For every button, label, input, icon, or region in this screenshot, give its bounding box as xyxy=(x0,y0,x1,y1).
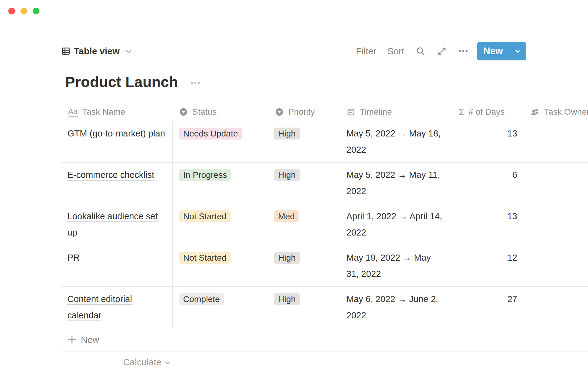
column-label: Task Owner xyxy=(544,107,588,117)
task-name-cell[interactable]: PR xyxy=(61,245,173,286)
calendar-icon xyxy=(347,108,355,116)
priority-cell[interactable]: High xyxy=(267,121,340,162)
view-name-label: Table view xyxy=(74,46,120,56)
sum-formula-icon: Σ xyxy=(459,107,465,117)
calculate-label: Calculate xyxy=(123,357,161,367)
priority-badge[interactable]: High xyxy=(274,293,300,305)
days-cell[interactable]: 27 xyxy=(451,287,523,328)
notion-window: Table view Filter Sort xyxy=(0,0,588,368)
status-badge[interactable]: In Progress xyxy=(179,169,231,181)
column-header-days[interactable]: Σ # of Days xyxy=(451,103,523,121)
people-icon xyxy=(530,107,540,117)
more-options-icon[interactable] xyxy=(458,46,469,56)
database-table: Aa Task Name Status xyxy=(61,103,588,368)
view-toolbar: Table view Filter Sort xyxy=(61,36,526,66)
table-row: Content editorial calendar Complete High… xyxy=(61,287,588,328)
status-badge[interactable]: Complete xyxy=(179,293,224,305)
column-header-priority[interactable]: Priority xyxy=(267,103,340,121)
task-owner-cell[interactable] xyxy=(523,204,588,245)
priority-badge[interactable]: High xyxy=(274,252,300,264)
days-cell[interactable]: 12 xyxy=(451,245,523,286)
status-badge[interactable]: Not Started xyxy=(179,210,231,222)
select-property-icon xyxy=(179,108,188,116)
page-title[interactable]: Product Launch xyxy=(65,74,178,90)
priority-cell[interactable]: Med xyxy=(267,204,340,245)
column-header-timeline[interactable]: Timeline xyxy=(340,103,451,121)
table-header-row: Aa Task Name Status xyxy=(61,103,588,121)
priority-cell[interactable]: High xyxy=(267,163,340,204)
status-badge[interactable]: Not Started xyxy=(179,252,231,264)
text-property-icon: Aa xyxy=(68,107,78,117)
priority-cell[interactable]: High xyxy=(267,245,340,286)
column-label: Status xyxy=(192,107,217,117)
timeline-cell[interactable]: May 5, 2022 → May 18, 2022 xyxy=(340,121,451,162)
chevron-down-icon xyxy=(125,48,133,56)
status-cell[interactable]: Not Started xyxy=(173,204,267,245)
plus-icon xyxy=(67,335,77,344)
new-button-dropdown[interactable] xyxy=(509,42,526,60)
status-badge[interactable]: Needs Update xyxy=(179,128,242,140)
calculate-button[interactable]: Calculate xyxy=(61,357,173,367)
close-window-button[interactable] xyxy=(8,8,15,14)
status-cell[interactable]: Needs Update xyxy=(173,121,267,162)
task-page-link[interactable]: E-commerce checklist xyxy=(67,170,154,180)
column-label: Timeline xyxy=(360,107,392,117)
task-page-link[interactable]: PR xyxy=(67,253,80,263)
chevron-down-icon xyxy=(514,47,522,55)
add-row-button[interactable]: New xyxy=(61,328,588,351)
task-name-cell[interactable]: GTM (go-to-market) plan xyxy=(61,121,173,162)
title-more-options-icon[interactable] xyxy=(190,77,201,89)
table-row: E-commerce checklist In Progress High Ma… xyxy=(61,163,588,204)
table-view-icon xyxy=(61,47,70,56)
timeline-cell[interactable]: May 19, 2022 → May 31, 2022 xyxy=(340,245,451,286)
new-button[interactable]: New xyxy=(477,42,509,60)
status-cell[interactable]: Not Started xyxy=(173,245,267,286)
timeline-cell[interactable]: April 1, 2022 → April 14, 2022 xyxy=(340,204,451,245)
task-page-link[interactable]: Lookalike audience set up xyxy=(67,211,158,237)
task-name-cell[interactable]: Lookalike audience set up xyxy=(61,204,173,245)
search-icon[interactable] xyxy=(415,46,426,56)
task-page-link[interactable]: GTM (go-to-market) plan xyxy=(67,128,165,138)
column-header-task-owner[interactable]: Task Owner xyxy=(523,103,588,121)
column-label: Priority xyxy=(288,107,315,117)
timeline-cell[interactable]: May 6, 2022 → June 2, 2022 xyxy=(340,287,451,328)
zoom-window-button[interactable] xyxy=(33,8,40,14)
task-owner-cell[interactable] xyxy=(523,287,588,328)
window-controls xyxy=(8,8,40,14)
timeline-cell[interactable]: May 5, 2022 → May 11, 2022 xyxy=(340,163,451,204)
new-button-label: New xyxy=(483,46,503,57)
column-label: Task Name xyxy=(82,107,125,117)
days-cell[interactable]: 6 xyxy=(451,163,523,204)
column-label: # of Days xyxy=(469,107,505,117)
expand-icon[interactable] xyxy=(437,46,447,56)
task-name-cell[interactable]: Content editorial calendar xyxy=(61,287,173,328)
sort-button[interactable]: Sort xyxy=(387,46,404,56)
task-page-link[interactable]: Content editorial calendar xyxy=(67,294,132,320)
column-header-task-name[interactable]: Aa Task Name xyxy=(61,103,173,121)
status-cell[interactable]: In Progress xyxy=(173,163,267,204)
table-row: PR Not Started High May 19, 2022 → May 3… xyxy=(61,245,588,287)
table-view-switcher[interactable]: Table view xyxy=(61,46,133,56)
add-row-label: New xyxy=(81,335,99,345)
task-owner-cell[interactable] xyxy=(523,121,588,162)
column-header-status[interactable]: Status xyxy=(173,103,267,121)
task-name-cell[interactable]: E-commerce checklist xyxy=(61,163,173,204)
minimize-window-button[interactable] xyxy=(21,8,27,14)
priority-badge[interactable]: High xyxy=(274,128,300,140)
task-owner-cell[interactable] xyxy=(523,245,588,286)
filter-button[interactable]: Filter xyxy=(356,46,376,56)
status-cell[interactable]: Complete xyxy=(173,287,267,328)
new-button-group: New xyxy=(477,42,526,60)
page-header: Product Launch xyxy=(65,74,201,90)
days-cell[interactable]: 13 xyxy=(451,204,523,245)
table-row: GTM (go-to-market) plan Needs Update Hig… xyxy=(61,121,588,163)
task-owner-cell[interactable] xyxy=(523,163,588,204)
priority-badge[interactable]: High xyxy=(274,169,300,181)
priority-badge[interactable]: Med xyxy=(274,210,299,222)
priority-cell[interactable]: High xyxy=(267,287,340,328)
chevron-down-icon xyxy=(164,360,171,366)
days-cell[interactable]: 13 xyxy=(451,121,523,162)
table-footer: Calculate xyxy=(61,351,588,368)
table-row: Lookalike audience set up Not Started Me… xyxy=(61,204,588,245)
toolbar-actions: Filter Sort xyxy=(356,42,526,60)
